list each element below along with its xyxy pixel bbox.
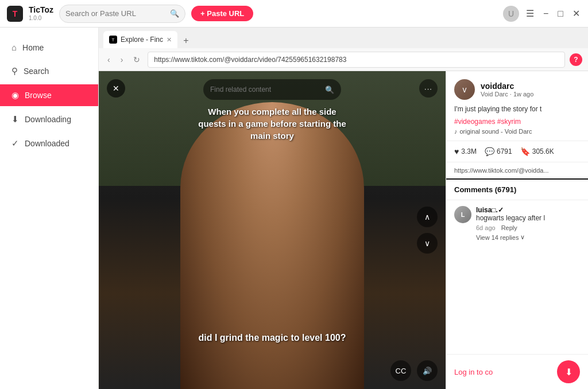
creator-handle-time: Void Darc · 1w ago <box>481 91 533 98</box>
video-caption-bottom: did I grind the magic to level 100? <box>192 333 353 343</box>
comment-icon: 💬 <box>485 147 494 156</box>
sidebar-label-downloaded: Downloaded <box>25 139 69 148</box>
login-text[interactable]: Log in to co <box>454 368 493 376</box>
find-related-input[interactable] <box>210 85 320 94</box>
volume-icon: 🔊 <box>423 367 432 375</box>
comment-item: L luisa□.✓ hogwarts legacy after l 6d ag… <box>454 206 580 242</box>
volume-button[interactable]: 🔊 <box>417 360 438 381</box>
comment-reply-button[interactable]: Reply <box>501 224 517 231</box>
app-logo: T <box>7 6 23 22</box>
tab-add-button[interactable]: + <box>179 33 194 48</box>
chevron-down-icon: ∨ <box>424 239 430 248</box>
browser-tabs: T Explore - Finc ✕ + <box>99 28 588 48</box>
heart-icon: ♥ <box>454 147 459 156</box>
bookmarks-count: 305.6K <box>532 147 554 155</box>
comment-avatar-letter: L <box>461 211 465 218</box>
comment-username: luisa□.✓ <box>476 206 580 214</box>
browser-tab[interactable]: T Explore - Finc ✕ <box>103 31 177 48</box>
view-replies-label: View 14 replies <box>476 234 519 241</box>
main-search-bar[interactable]: 🔍 <box>59 5 185 23</box>
back-button[interactable]: ‹ <box>105 53 113 66</box>
creator-handle: Void Darc <box>481 91 508 98</box>
download-button[interactable]: ⬇ <box>557 360 580 383</box>
tab-label: Explore - Finc <box>121 36 163 44</box>
browser-content: ✕ 🔍 ··· When you complete all the side q… <box>99 71 588 389</box>
comment-body: luisa□.✓ hogwarts legacy after l 6d ago … <box>476 206 580 242</box>
creator-hashtags[interactable]: #videogames #skyrim <box>454 118 580 126</box>
address-bar: ‹ › ↻ ? <box>99 48 588 71</box>
comments-header: Comments (6791) <box>446 180 588 200</box>
cc-icon: CC <box>396 367 407 375</box>
creator-name: voiddarc <box>481 81 533 91</box>
creator-bio: I'm just playing the story for t <box>454 104 580 114</box>
chevron-up-icon: ∧ <box>424 212 430 221</box>
bookmark-icon: 🔖 <box>520 147 530 156</box>
refresh-button[interactable]: ↻ <box>130 53 143 66</box>
address-input[interactable] <box>148 52 565 68</box>
app-version: 1.0.0 <box>29 15 53 21</box>
home-icon: ⌂ <box>11 42 17 52</box>
paste-url-button[interactable]: + Paste URL <box>191 6 253 21</box>
sound-name: original sound - Void Darc <box>460 128 532 135</box>
video-nav-buttons: ∧ ∨ <box>417 207 438 254</box>
find-icon: 🔍 <box>325 85 334 94</box>
menu-button[interactable]: ☰ <box>525 7 535 20</box>
sidebar-label-browse: Browse <box>25 91 52 100</box>
sidebar-item-downloaded[interactable]: ✓ Downloaded <box>0 133 98 154</box>
video-next-button[interactable]: ∨ <box>417 233 438 254</box>
paste-url-label: + Paste URL <box>200 9 244 18</box>
sidebar-label-downloading: Downloading <box>25 115 71 124</box>
help-button[interactable]: ? <box>570 53 582 66</box>
creator-info: v voiddarc Void Darc · 1w ago I'm just p… <box>446 71 588 141</box>
video-person <box>180 102 364 389</box>
comment-meta: 6d ago Reply <box>476 224 580 231</box>
avatar[interactable]: U <box>503 6 519 22</box>
cc-button[interactable]: CC <box>390 360 411 381</box>
video-find-bar: 🔍 <box>203 79 341 100</box>
sidebar-item-downloading[interactable]: ⬇ Downloading <box>0 108 98 130</box>
close-button[interactable]: ✕ <box>571 7 581 20</box>
close-icon: ✕ <box>113 84 119 93</box>
video-area: ✕ 🔍 ··· When you complete all the side q… <box>99 71 446 389</box>
forward-button[interactable]: › <box>118 53 126 66</box>
stats-row: ♥ 3.3M 💬 6791 🔖 305.6K <box>446 141 588 162</box>
creator-time: 1w ago <box>513 91 533 98</box>
sidebar-item-home[interactable]: ⌂ Home <box>0 37 98 58</box>
creator-details: voiddarc Void Darc · 1w ago <box>481 81 533 98</box>
minimize-button[interactable]: − <box>542 7 550 20</box>
content-area: T Explore - Finc ✕ + ‹ › ↻ ? ✕ <box>99 28 588 389</box>
downloaded-icon: ✓ <box>11 138 19 149</box>
app-logo-letter: T <box>13 9 18 18</box>
video-caption-top: When you complete all the side quests in… <box>198 106 347 142</box>
likes-count: 3.3M <box>461 147 477 155</box>
video-close-button[interactable]: ✕ <box>107 79 125 98</box>
music-icon: ♪ <box>454 128 458 135</box>
more-icon: ··· <box>424 84 432 93</box>
window-controls: ☰ − □ ✕ <box>525 7 581 20</box>
view-replies-button[interactable]: View 14 replies ∨ <box>476 234 580 241</box>
comments-count: 6791 <box>497 147 512 155</box>
login-bar: Log in to co ⬇ <box>446 354 588 389</box>
comment-avatar: L <box>454 206 471 223</box>
stat-bookmarks: 🔖 305.6K <box>520 147 554 156</box>
sidebar-label-home: Home <box>22 43 44 52</box>
maximize-button[interactable]: □ <box>556 7 564 20</box>
download-icon: ⬇ <box>565 367 572 378</box>
video-bottom-controls: CC 🔊 <box>390 360 438 381</box>
creator-sound: ♪ original sound - Void Darc <box>454 128 580 135</box>
url-row: https://www.tiktok.com/@voidda... <box>446 162 588 180</box>
tab-close-button[interactable]: ✕ <box>167 36 172 44</box>
video-more-button[interactable]: ··· <box>419 79 438 98</box>
creator-url[interactable]: https://www.tiktok.com/@voidda... <box>454 167 580 174</box>
right-panel: v voiddarc Void Darc · 1w ago I'm just p… <box>446 71 588 389</box>
comments-list: L luisa□.✓ hogwarts legacy after l 6d ag… <box>446 200 588 354</box>
sidebar-item-browse[interactable]: ◉ Browse <box>0 84 98 106</box>
sidebar-item-search[interactable]: ⚲ Search <box>0 60 98 82</box>
video-prev-button[interactable]: ∧ <box>417 207 438 227</box>
comment-text: hogwarts legacy after l <box>476 214 580 223</box>
main-search-input[interactable] <box>65 9 167 18</box>
creator-avatar: v <box>454 79 475 100</box>
sidebar-label-search: Search <box>24 67 49 76</box>
app-name-block: TicToz 1.0.0 <box>29 6 53 21</box>
creator-top: v voiddarc Void Darc · 1w ago <box>454 79 580 100</box>
